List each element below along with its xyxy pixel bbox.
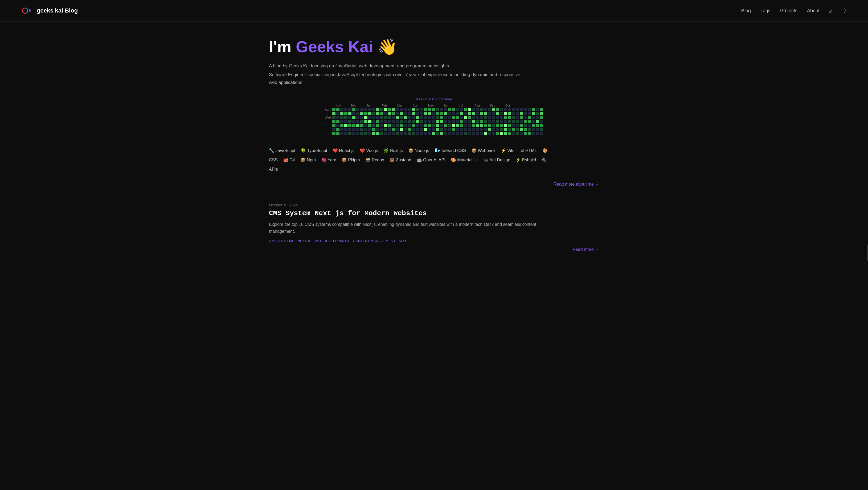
contrib-cell: [496, 108, 499, 111]
post-tag[interactable]: CMS-SYSTEMS: [269, 239, 294, 243]
contrib-cell: [448, 132, 451, 135]
contrib-week: [396, 108, 399, 135]
tech-item: ⚡ Esbuild: [516, 158, 536, 162]
search-icon[interactable]: ⌕: [829, 8, 832, 14]
contrib-week: [388, 108, 392, 135]
contrib-week: [376, 108, 379, 135]
post-tag[interactable]: WEB-DEVELOPMENT: [314, 239, 350, 243]
contrib-week: [332, 108, 336, 135]
contrib-cell: [348, 112, 351, 115]
contrib-cell: [500, 116, 503, 119]
contrib-cell: [352, 124, 355, 127]
contrib-week: [436, 108, 439, 135]
contrib-cell: [408, 108, 411, 111]
contrib-week: [440, 108, 443, 135]
contrib-cell: [420, 128, 423, 131]
contrib-cell: [408, 120, 411, 123]
contrib-cell: [352, 128, 355, 131]
contrib-cell: [428, 128, 431, 131]
contrib-week: [472, 108, 475, 135]
contrib-cell: [452, 108, 455, 111]
contrib-week: [524, 108, 527, 135]
contrib-cell: [400, 108, 403, 111]
contrib-cell: [516, 132, 519, 135]
contrib-cell: [468, 108, 471, 111]
contrib-week: [532, 108, 535, 135]
contrib-cell: [460, 112, 463, 115]
contrib-cell: [360, 128, 364, 131]
contrib-cell: [448, 108, 451, 111]
post-read-more-link[interactable]: Read more →: [269, 247, 599, 252]
contrib-week: [520, 108, 523, 135]
read-more-about-me-link[interactable]: Read more about me →: [269, 182, 599, 187]
nav-about[interactable]: About: [807, 8, 819, 13]
contrib-cell: [384, 112, 388, 115]
contrib-cell: [348, 132, 351, 135]
contrib-week: [400, 108, 403, 135]
contrib-cell: [492, 116, 495, 119]
contrib-week: [424, 108, 427, 135]
contrib-week: [344, 108, 347, 135]
contrib-cell: [356, 132, 360, 135]
contrib-cell: [484, 112, 487, 115]
contrib-cell: [540, 132, 543, 135]
contrib-cell: [340, 108, 343, 111]
contrib-cell: [532, 108, 535, 111]
contrib-cell: [472, 124, 475, 127]
contrib-cell: [424, 124, 427, 127]
contrib-cell: [504, 120, 507, 123]
contrib-cell: [468, 116, 471, 119]
contrib-cell: [388, 128, 392, 131]
contrib-cell: [396, 120, 399, 123]
nav-tags[interactable]: Tags: [761, 8, 771, 13]
contrib-cell: [468, 128, 471, 131]
contrib-cell: [444, 108, 447, 111]
contribution-weeks: [332, 108, 543, 135]
contrib-cell: [404, 112, 407, 115]
contrib-cell: [536, 120, 539, 123]
contrib-cell: [508, 128, 511, 131]
contrib-cell: [520, 132, 523, 135]
tech-item: 📦 Webpack: [471, 148, 496, 153]
contrib-cell: [416, 132, 420, 135]
contrib-cell: [420, 116, 423, 119]
post-tag[interactable]: NEXT.JS: [298, 239, 311, 243]
contrib-cell: [520, 128, 523, 131]
nav-projects[interactable]: Projects: [780, 8, 798, 13]
contrib-cell: [520, 108, 523, 111]
post-tag[interactable]: CONTENT-MANAGEMENT: [353, 239, 396, 243]
contrib-cell: [356, 120, 360, 123]
contrib-cell: [332, 128, 336, 131]
contrib-cell: [332, 132, 336, 135]
site-title: geeks kai Blog: [37, 7, 78, 14]
month-label-dec: Dec: [351, 104, 366, 107]
nav-blog[interactable]: Blog: [741, 8, 751, 13]
contrib-cell: [500, 124, 503, 127]
svg-text:K: K: [29, 8, 32, 13]
contrib-cell: [424, 120, 427, 123]
contrib-cell: [472, 120, 475, 123]
contrib-cell: [432, 132, 435, 135]
tech-item: 🌿 Next.js: [383, 148, 403, 153]
post-tag[interactable]: SEO: [399, 239, 406, 243]
dark-mode-icon[interactable]: ☽: [842, 7, 847, 14]
contrib-cell: [512, 124, 515, 127]
contrib-cell: [416, 112, 420, 115]
contrib-cell: [360, 112, 364, 115]
contrib-cell: [376, 108, 379, 111]
contrib-cell: [504, 112, 507, 115]
post-tags: CMS-SYSTEMSNEXT.JSWEB-DEVELOPMENTCONTENT…: [269, 239, 599, 243]
contrib-cell: [528, 128, 531, 131]
contrib-cell: [532, 116, 535, 119]
contrib-cell: [516, 128, 519, 131]
contrib-cell: [536, 124, 539, 127]
contrib-cell: [512, 132, 515, 135]
contrib-cell: [376, 128, 379, 131]
contrib-week: [428, 108, 431, 135]
contrib-week: [496, 108, 499, 135]
contrib-cell: [384, 108, 388, 111]
tech-item: 🐜 Ant Design: [483, 158, 510, 162]
contrib-cell: [388, 116, 392, 119]
contrib-cell: [356, 112, 360, 115]
contrib-cell: [340, 120, 343, 123]
